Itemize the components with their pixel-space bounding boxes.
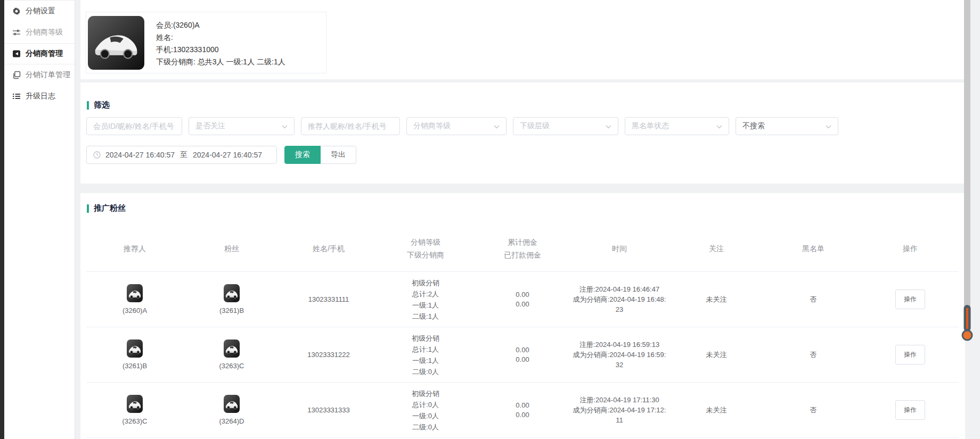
member-keyword-input[interactable]	[86, 117, 182, 135]
member-card: 会员:(3260)A 姓名: 手机:13023331000 下级分销商: 总共3…	[86, 12, 326, 73]
table-row: (3260)A (3261)B 13023331111 初级分销总计:2人一级:…	[86, 272, 959, 327]
commission-cell: 0.000.00	[474, 383, 571, 437]
follow-status: 未关注	[668, 327, 765, 382]
sidebar-item-label: 分销商等级	[26, 28, 63, 37]
sidebar-item-label: 分销商管理	[26, 49, 63, 59]
sidebar-item-distributor-management[interactable]: 分销商管理	[4, 43, 75, 64]
table-row: (3261)B (3263)C 13023331222 初级分销总计:1人一级:…	[86, 327, 959, 383]
filter-panel: 筛选 是否关注 分销商等级 下级层级 黑名单状态 不搜索	[80, 82, 965, 184]
date-range-picker[interactable]: 2024-04-27 16:40:57 至 2024-04-27 16:40:5…	[86, 146, 277, 164]
chevron-down-icon	[494, 122, 500, 130]
member-summary-panel: 会员:(3260)A 姓名: 手机:13023331000 下级分销商: 总共3…	[80, 0, 965, 79]
commission-cell: 0.000.00	[474, 327, 571, 382]
fan-phone: 13023331222	[280, 327, 377, 382]
col-referrer: 推荐人	[86, 242, 183, 255]
sidebar-item-upgrade-log[interactable]: 升级日志	[4, 86, 75, 107]
time-cell: 注册:2024-04-19 16:46:47成为分销商:2024-04-19 1…	[571, 272, 668, 327]
referrer-id: (3261)B	[123, 362, 147, 370]
time-cell: 注册:2024-04-19 17:11:30成为分销商:2024-04-19 1…	[571, 383, 668, 437]
chevron-down-icon	[606, 122, 611, 130]
blacklist-status: 否	[765, 383, 862, 437]
share-icon	[12, 49, 21, 58]
blacklist-status: 否	[765, 272, 862, 327]
member-subdistributor-line: 下级分销商: 总共3人 一级:1人 二级:1人	[156, 56, 285, 68]
member-id-line: 会员:(3260)A	[156, 19, 285, 31]
referrer-car-avatar	[127, 339, 143, 358]
fan-phone: 13023331333	[280, 383, 377, 437]
chevron-down-icon	[826, 122, 831, 130]
time-cell: 注册:2024-04-19 16:59:13成为分销商:2024-04-19 1…	[571, 327, 668, 382]
date-start: 2024-04-27 16:40:57	[105, 151, 175, 159]
gear-icon	[12, 7, 21, 15]
row-action-button[interactable]: 操作	[895, 345, 925, 365]
level-cell: 初级分销总计:1人一级:1人二级:0人	[377, 327, 474, 382]
sidebar-item-label: 升级日志	[26, 92, 55, 101]
col-time: 时间	[571, 242, 668, 255]
level-cell: 初级分销总计:0人一级:0人二级:0人	[377, 383, 474, 437]
fan-id: (3263)C	[219, 362, 244, 370]
referrer-id: (3260)A	[123, 307, 147, 314]
date-end: 2024-04-27 16:40:57	[193, 151, 262, 159]
referrer-car-avatar	[127, 284, 143, 302]
vertical-scrollbar[interactable]	[964, 0, 970, 334]
fans-section-title: 推广粉丝	[87, 203, 965, 213]
member-name-line: 姓名:	[156, 31, 285, 44]
list-icon	[12, 92, 21, 101]
table-row: (3263)C (3264)D 13023331333 初级分销总计:0人一级:…	[86, 383, 959, 438]
col-action: 操作	[862, 242, 959, 255]
referrer-id: (3263)C	[123, 417, 148, 425]
fan-car-avatar	[224, 284, 240, 302]
date-separator: 至	[180, 150, 187, 160]
col-fan: 粉丝	[183, 242, 280, 255]
level-cell: 初级分销总计:2人一级:1人二级:1人	[377, 272, 474, 327]
member-phone-line: 手机:13023331000	[156, 44, 285, 56]
blacklist-status: 否	[765, 327, 862, 382]
blacklist-status-select[interactable]: 黑名单状态	[625, 117, 729, 135]
fan-phone: 13023331111	[280, 272, 377, 327]
commission-cell: 0.000.00	[474, 272, 571, 327]
follow-status-select[interactable]: 是否关注	[189, 117, 295, 135]
follow-status: 未关注	[668, 272, 765, 327]
promotion-fans-panel: 推广粉丝 推荐人 粉丝 姓名/手机 分销等级下级分销商 累计佣金已打款佣金 时间…	[80, 193, 965, 439]
col-blacklist: 黑名单	[765, 242, 862, 255]
member-car-image	[88, 16, 144, 70]
row-action-button[interactable]: 操作	[895, 400, 925, 420]
chevron-down-icon	[282, 122, 288, 130]
col-name-phone: 姓名/手机	[280, 242, 377, 255]
fan-car-avatar	[224, 395, 240, 413]
filter-section-title: 筛选	[87, 100, 965, 110]
search-button[interactable]: 搜索	[284, 146, 321, 164]
referrer-keyword-input[interactable]	[301, 117, 400, 135]
referrer-car-avatar	[127, 395, 143, 413]
collapsed-dark-rail	[0, 0, 4, 439]
col-commission: 累计佣金已打款佣金	[474, 236, 571, 261]
thermometer-cursor[interactable]	[959, 304, 976, 342]
sliders-icon	[12, 28, 21, 37]
sidebar-item-label: 分销订单管理	[26, 70, 70, 80]
chevron-down-icon	[716, 122, 722, 130]
export-button[interactable]: 导出	[321, 146, 356, 164]
sidebar: 分销设置 分销商等级 分销商管理 分销订单管理 升级日志	[4, 0, 75, 439]
distributor-level-select[interactable]: 分销商等级	[406, 117, 507, 135]
sidebar-item-order-management[interactable]: 分销订单管理	[4, 64, 75, 86]
clock-icon	[93, 151, 101, 159]
col-follow: 关注	[668, 242, 765, 255]
member-info: 会员:(3260)A 姓名: 手机:13023331000 下级分销商: 总共3…	[156, 19, 285, 73]
accent-bar	[87, 204, 89, 213]
accent-bar	[87, 101, 89, 110]
sidebar-item-distributor-levels[interactable]: 分销商等级	[4, 22, 75, 43]
sidebar-item-label: 分销设置	[26, 6, 55, 16]
fan-car-avatar	[224, 339, 240, 358]
fan-id: (3261)B	[219, 307, 244, 314]
sidebar-item-distribution-settings[interactable]: 分销设置	[4, 1, 75, 22]
search-mode-select[interactable]: 不搜索	[736, 117, 838, 135]
col-level: 分销等级下级分销商	[377, 236, 474, 261]
table-header-row: 推荐人 粉丝 姓名/手机 分销等级下级分销商 累计佣金已打款佣金 时间 关注 黑…	[86, 225, 959, 272]
follow-status: 未关注	[668, 383, 765, 437]
fan-id: (3264)D	[219, 417, 244, 425]
copy-pages-icon	[12, 71, 21, 79]
row-action-button[interactable]: 操作	[895, 289, 925, 309]
sublevel-select[interactable]: 下级层级	[513, 117, 618, 135]
fans-table: 推荐人 粉丝 姓名/手机 分销等级下级分销商 累计佣金已打款佣金 时间 关注 黑…	[86, 225, 959, 438]
